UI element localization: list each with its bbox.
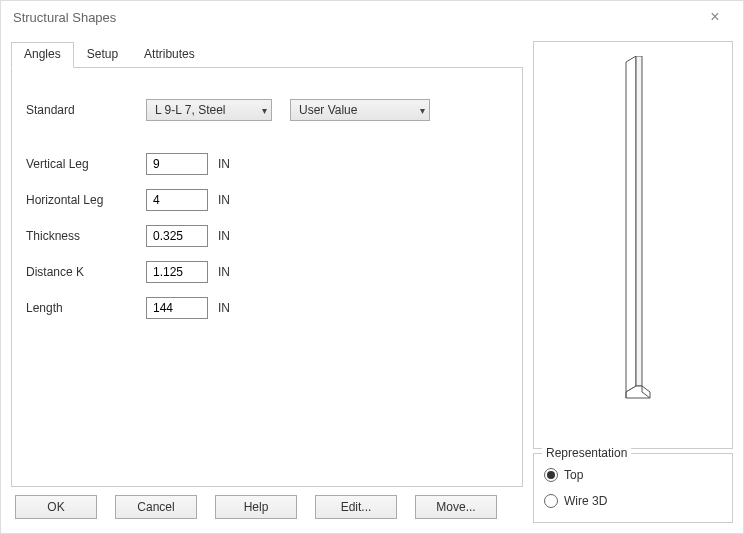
radio-top[interactable]: Top (544, 464, 722, 486)
svg-line-4 (642, 386, 650, 392)
unit-thickness: IN (218, 229, 230, 243)
combo-user-value-text: User Value (299, 103, 357, 117)
dialog-title: Structural Shapes (13, 10, 116, 25)
input-length[interactable] (146, 297, 208, 319)
input-thickness[interactable] (146, 225, 208, 247)
preview-area (533, 41, 733, 449)
row-distance-k: Distance K IN (26, 254, 508, 290)
input-horizontal-leg[interactable] (146, 189, 208, 211)
svg-marker-0 (626, 56, 636, 392)
unit-length: IN (218, 301, 230, 315)
titlebar: Structural Shapes × (1, 1, 743, 33)
combo-standard-value: L 9-L 7, Steel (155, 103, 226, 117)
shape-preview-icon (622, 56, 654, 402)
unit-distance-k: IN (218, 265, 230, 279)
unit-horizontal-leg: IN (218, 193, 230, 207)
tab-angles[interactable]: Angles (11, 42, 74, 68)
right-pane: Representation Top Wire 3D (533, 41, 733, 523)
svg-marker-1 (636, 56, 642, 386)
tab-setup[interactable]: Setup (74, 42, 131, 68)
radio-wire3d[interactable]: Wire 3D (544, 490, 722, 512)
label-horizontal-leg: Horizontal Leg (26, 193, 146, 207)
row-thickness: Thickness IN (26, 218, 508, 254)
row-horizontal-leg: Horizontal Leg IN (26, 182, 508, 218)
move-button[interactable]: Move... (415, 495, 497, 519)
chevron-down-icon: ▾ (262, 105, 267, 116)
cancel-button[interactable]: Cancel (115, 495, 197, 519)
label-vertical-leg: Vertical Leg (26, 157, 146, 171)
row-standard: Standard L 9-L 7, Steel ▾ User Value ▾ (26, 92, 508, 128)
dialog: Structural Shapes × Angles Setup Attribu… (0, 0, 744, 534)
label-distance-k: Distance K (26, 265, 146, 279)
row-length: Length IN (26, 290, 508, 326)
label-standard: Standard (26, 103, 146, 117)
combo-standard[interactable]: L 9-L 7, Steel ▾ (146, 99, 272, 121)
dialog-body: Angles Setup Attributes Standard L 9-L 7… (1, 33, 743, 533)
help-button[interactable]: Help (215, 495, 297, 519)
edit-button[interactable]: Edit... (315, 495, 397, 519)
label-length: Length (26, 301, 146, 315)
representation-legend: Representation (542, 446, 631, 460)
input-distance-k[interactable] (146, 261, 208, 283)
input-vertical-leg[interactable] (146, 153, 208, 175)
tab-attributes[interactable]: Attributes (131, 42, 208, 68)
radio-top-label: Top (564, 468, 583, 482)
representation-group: Representation Top Wire 3D (533, 453, 733, 523)
button-row: OK Cancel Help Edit... Move... (11, 487, 523, 523)
close-icon[interactable]: × (695, 8, 735, 26)
row-vertical-leg: Vertical Leg IN (26, 146, 508, 182)
radio-top-indicator (544, 468, 558, 482)
tab-bar: Angles Setup Attributes (11, 41, 523, 68)
chevron-down-icon: ▾ (420, 105, 425, 116)
ok-button[interactable]: OK (15, 495, 97, 519)
tab-panel-angles: Standard L 9-L 7, Steel ▾ User Value ▾ V… (11, 68, 523, 487)
combo-user-value[interactable]: User Value ▾ (290, 99, 430, 121)
unit-vertical-leg: IN (218, 157, 230, 171)
radio-wire3d-indicator (544, 494, 558, 508)
left-pane: Angles Setup Attributes Standard L 9-L 7… (11, 41, 523, 523)
label-thickness: Thickness (26, 229, 146, 243)
radio-wire3d-label: Wire 3D (564, 494, 607, 508)
